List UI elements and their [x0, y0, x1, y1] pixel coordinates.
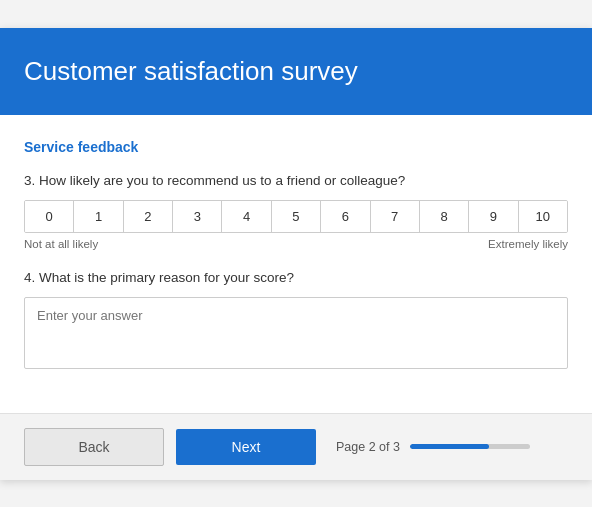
likert-container: 0 1 2 3 4 5 6 7 8 9 10 Not at all likely…: [24, 200, 568, 250]
next-button[interactable]: Next: [176, 429, 316, 465]
back-button[interactable]: Back: [24, 428, 164, 466]
likert-5[interactable]: 5: [272, 201, 321, 232]
likert-10[interactable]: 10: [519, 201, 567, 232]
likert-1[interactable]: 1: [74, 201, 123, 232]
question-3-block: 3. How likely are you to recommend us to…: [24, 173, 568, 250]
survey-body: Service feedback 3. How likely are you t…: [0, 115, 592, 413]
likert-0[interactable]: 0: [25, 201, 74, 232]
question-4-block: 4. What is the primary reason for your s…: [24, 270, 568, 373]
likert-6[interactable]: 6: [321, 201, 370, 232]
likert-7[interactable]: 7: [371, 201, 420, 232]
answer-textarea[interactable]: [24, 297, 568, 369]
progress-bar-track: [410, 444, 530, 449]
question-4-text: 4. What is the primary reason for your s…: [24, 270, 568, 285]
likert-2[interactable]: 2: [124, 201, 173, 232]
likert-labels: Not at all likely Extremely likely: [24, 238, 568, 250]
survey-header: Customer satisfaction survey: [0, 28, 592, 115]
survey-title: Customer satisfaction survey: [24, 56, 568, 87]
survey-container: Customer satisfaction survey Service fee…: [0, 28, 592, 480]
likert-9[interactable]: 9: [469, 201, 518, 232]
question-3-text: 3. How likely are you to recommend us to…: [24, 173, 568, 188]
survey-footer: Back Next Page 2 of 3: [0, 413, 592, 480]
progress-bar-fill: [410, 444, 489, 449]
page-indicator: Page 2 of 3: [336, 440, 530, 454]
likert-8[interactable]: 8: [420, 201, 469, 232]
likert-scale: 0 1 2 3 4 5 6 7 8 9 10: [24, 200, 568, 233]
page-text: Page 2 of 3: [336, 440, 400, 454]
likert-label-left: Not at all likely: [24, 238, 98, 250]
likert-4[interactable]: 4: [222, 201, 271, 232]
likert-label-right: Extremely likely: [488, 238, 568, 250]
section-title: Service feedback: [24, 139, 568, 155]
likert-3[interactable]: 3: [173, 201, 222, 232]
